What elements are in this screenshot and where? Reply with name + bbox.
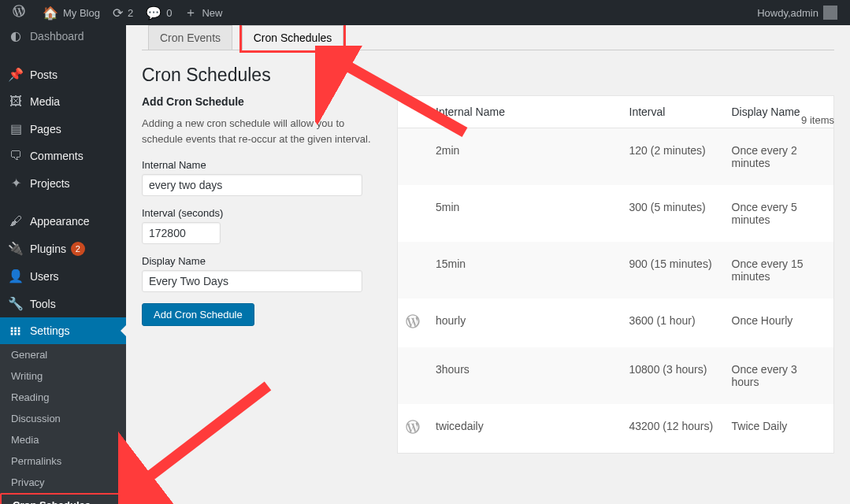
internal-name-label: Internal Name — [142, 159, 378, 171]
row-interval: 900 (15 minutes) — [622, 242, 724, 298]
interval-label: Interval (seconds) — [142, 207, 378, 219]
admin-sidebar: ◐Dashboard 📌Posts 🖾Media ▤Pages 🗨Comment… — [0, 25, 126, 504]
table-row: 15min900 (15 minutes)Once every 15 minut… — [398, 242, 834, 298]
row-display-name: Once every 2 minutes — [724, 128, 834, 186]
items-count: 9 items — [801, 114, 834, 126]
display-name-input[interactable] — [142, 270, 362, 292]
row-source-icon — [398, 404, 429, 454]
plugin-icon: 🔌 — [8, 241, 24, 256]
settings-sub-reading[interactable]: Reading — [0, 387, 126, 408]
tab-cron-events[interactable]: Cron Events — [148, 25, 232, 50]
row-internal-name: 5min — [428, 185, 622, 242]
pin-icon: 📌 — [8, 67, 24, 82]
table-row: 3hours10800 (3 hours)Once every 3 hours — [398, 347, 834, 404]
row-internal-name: hourly — [428, 298, 622, 347]
appearance-icon: 🖌 — [8, 214, 24, 228]
sidebar-item-media[interactable]: 🖾Media — [0, 88, 126, 115]
new-content-link[interactable]: ＋New — [178, 0, 228, 25]
table-header-interval: Interval — [622, 96, 724, 128]
my-account-link[interactable]: Howdy, admin — [751, 0, 844, 25]
row-interval: 3600 (1 hour) — [622, 298, 724, 347]
page-icon: ▤ — [8, 121, 24, 136]
settings-sub-permalinks[interactable]: Permalinks — [0, 450, 126, 472]
sidebar-item-appearance[interactable]: 🖌Appearance — [0, 208, 126, 235]
sidebar-item-label: Projects — [30, 177, 70, 190]
table-row: hourly3600 (1 hour)Once Hourly — [398, 298, 834, 347]
row-display-name: Once every 3 hours — [724, 347, 834, 404]
sidebar-item-users[interactable]: 👤Users — [0, 262, 126, 290]
sidebar-item-projects[interactable]: ✦Projects — [0, 169, 126, 197]
tools-icon: 🔧 — [8, 296, 24, 311]
table-row: 2min120 (2 minutes)Once every 2 minutes — [398, 128, 834, 186]
row-internal-name: twicedaily — [428, 404, 622, 454]
sidebar-item-label: Pages — [30, 123, 61, 135]
row-internal-name: 15min — [428, 242, 622, 298]
settings-sub-privacy[interactable]: Privacy — [0, 472, 126, 493]
settings-submenu: General Writing Reading Discussion Media… — [0, 344, 126, 504]
sidebar-item-label: Users — [30, 270, 59, 283]
row-source-icon — [398, 298, 429, 347]
comment-icon: 🗨 — [8, 149, 24, 163]
form-heading: Add Cron Schedule — [142, 95, 378, 108]
row-internal-name: 3hours — [428, 347, 622, 404]
internal-name-input[interactable] — [142, 174, 362, 196]
sidebar-item-label: Plugins — [30, 243, 66, 255]
row-source-icon — [398, 185, 429, 242]
table-header-name: Internal Name — [428, 96, 622, 128]
row-interval: 300 (5 minutes) — [622, 185, 724, 242]
row-interval: 120 (2 minutes) — [622, 128, 724, 186]
sidebar-item-pages[interactable]: ▤Pages — [0, 115, 126, 143]
row-source-icon — [398, 128, 429, 186]
sidebar-item-tools[interactable]: 🔧Tools — [0, 290, 126, 317]
display-name-label: Display Name — [142, 255, 378, 267]
table-row: twicedaily43200 (12 hours)Twice Daily — [398, 404, 834, 454]
sidebar-item-label: Media — [30, 95, 60, 108]
sidebar-item-label: Comments — [30, 150, 84, 162]
updates-link[interactable]: ⟳2 — [106, 0, 139, 25]
wp-logo-link[interactable] — [6, 0, 36, 25]
settings-sub-writing[interactable]: Writing — [0, 365, 126, 387]
comments-count: 0 — [166, 7, 172, 19]
table-header-icon — [398, 96, 429, 128]
settings-icon — [8, 324, 24, 338]
users-icon: 👤 — [8, 269, 24, 284]
howdy-prefix: Howdy, — [757, 7, 790, 19]
media-icon: 🖾 — [8, 94, 24, 109]
plus-icon: ＋ — [184, 5, 197, 21]
row-display-name: Once every 5 minutes — [724, 185, 834, 242]
avatar — [823, 6, 837, 20]
updates-count: 2 — [128, 7, 133, 19]
sidebar-item-label: Settings — [30, 324, 70, 337]
tab-cron-schedules[interactable]: Cron Schedules — [242, 25, 344, 50]
row-interval: 10800 (3 hours) — [622, 347, 724, 404]
site-name-link[interactable]: 🏠My Blog — [36, 0, 106, 25]
new-label: New — [202, 7, 222, 19]
settings-sub-cron-schedules[interactable]: Cron Schedules — [0, 493, 126, 504]
sidebar-item-plugins[interactable]: 🔌Plugins2 — [0, 235, 126, 262]
row-source-icon — [398, 347, 429, 404]
settings-sub-media[interactable]: Media — [0, 429, 126, 450]
sidebar-item-dashboard[interactable]: ◐Dashboard — [0, 25, 126, 50]
plugin-update-badge: 2 — [71, 242, 85, 256]
sidebar-item-settings[interactable]: Settings — [0, 317, 126, 344]
sidebar-item-label: Tools — [30, 298, 56, 310]
add-schedule-form: Add Cron Schedule 9 items Adding a new c… — [142, 95, 378, 454]
comment-icon: 💬 — [146, 6, 161, 20]
site-name: My Blog — [63, 7, 100, 19]
sidebar-item-label: Dashboard — [30, 30, 84, 43]
table-row: 5min300 (5 minutes)Once every 5 minutes — [398, 185, 834, 242]
sidebar-item-comments[interactable]: 🗨Comments — [0, 143, 126, 169]
settings-sub-discussion[interactable]: Discussion — [0, 408, 126, 429]
sidebar-item-label: Posts — [30, 69, 58, 81]
username: admin — [791, 7, 818, 19]
form-description: Adding a new cron schedule will allow yo… — [142, 116, 378, 146]
row-internal-name: 2min — [428, 128, 622, 186]
comments-link[interactable]: 💬0 — [139, 0, 178, 25]
interval-input[interactable] — [142, 222, 221, 244]
projects-icon: ✦ — [8, 176, 24, 191]
sidebar-item-label: Appearance — [30, 215, 90, 228]
add-cron-schedule-button[interactable]: Add Cron Schedule — [142, 303, 254, 326]
sidebar-item-posts[interactable]: 📌Posts — [0, 61, 126, 88]
settings-sub-general[interactable]: General — [0, 344, 126, 365]
row-display-name: Once every 15 minutes — [724, 242, 834, 298]
